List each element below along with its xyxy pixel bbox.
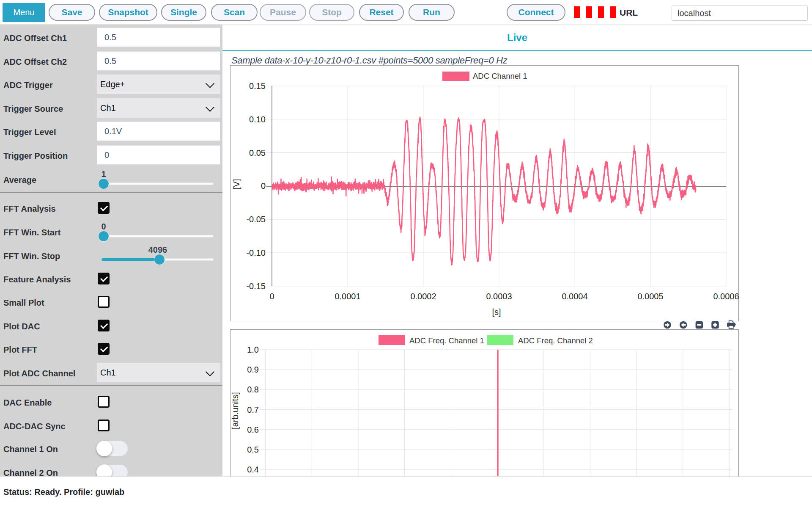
svg-text:ADC Channel 1: ADC Channel 1 — [473, 72, 527, 80]
svg-text:ADC Freq. Channel 1: ADC Freq. Channel 1 — [409, 336, 484, 345]
svg-text:0.0002: 0.0002 — [410, 292, 436, 301]
svg-text:-0.15: -0.15 — [246, 282, 266, 291]
svg-text:1.0: 1.0 — [247, 345, 259, 354]
svg-text:0.10: 0.10 — [249, 115, 266, 124]
svg-text:0.15: 0.15 — [249, 81, 266, 91]
svg-text:0.0003: 0.0003 — [486, 292, 512, 301]
svg-text:ADC Freq. Channel 2: ADC Freq. Channel 2 — [518, 336, 593, 345]
svg-text:0.0001: 0.0001 — [335, 292, 360, 301]
svg-text:[arb.units]: [arb.units] — [230, 392, 240, 429]
svg-text:0.0004: 0.0004 — [562, 292, 587, 301]
svg-text:0: 0 — [261, 181, 266, 190]
svg-text:0.05: 0.05 — [249, 148, 266, 157]
svg-text:0.4: 0.4 — [247, 465, 259, 474]
svg-text:-0.10: -0.10 — [246, 248, 266, 257]
svg-text:0.9: 0.9 — [247, 365, 259, 374]
svg-text:0.0006: 0.0006 — [713, 292, 739, 301]
svg-text:0.5: 0.5 — [247, 445, 259, 454]
svg-text:0.6: 0.6 — [247, 425, 259, 434]
svg-text:0: 0 — [269, 292, 274, 301]
svg-text:0.7: 0.7 — [247, 405, 259, 414]
svg-text:[s]: [s] — [492, 307, 501, 317]
svg-text:0.0005: 0.0005 — [637, 292, 663, 301]
svg-text:0.8: 0.8 — [247, 385, 259, 394]
svg-text:[V]: [V] — [232, 179, 241, 189]
svg-text:-0.05: -0.05 — [246, 215, 266, 224]
